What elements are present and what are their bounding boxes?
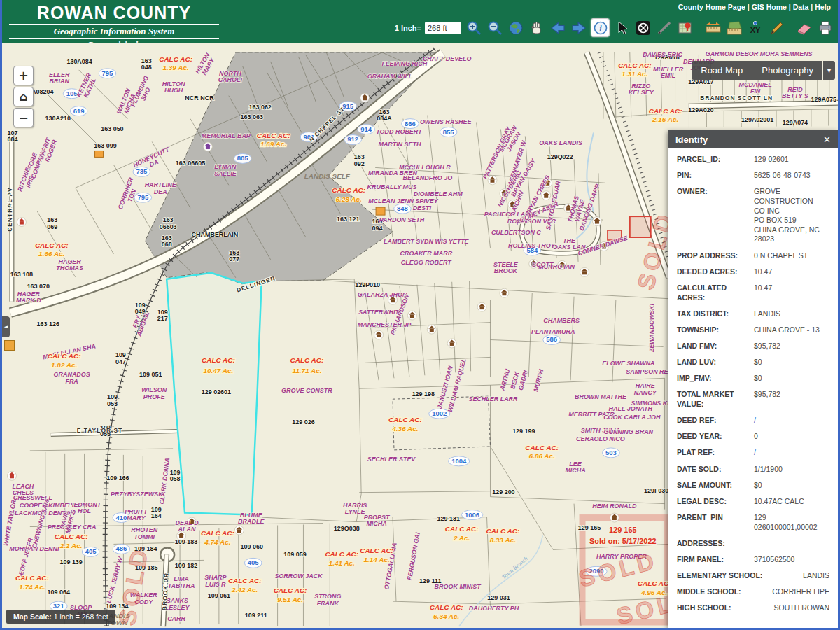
zoom-out-icon[interactable]	[486, 19, 503, 36]
identify-info-icon[interactable]: i	[591, 18, 610, 37]
calc-ac-label: CALC AC:	[445, 525, 479, 533]
address-number: 1004	[451, 457, 467, 465]
house-icon	[427, 325, 436, 334]
map-label-o: PRZYBYSZEWSK	[111, 491, 163, 498]
header-link-help[interactable]: Help	[815, 3, 831, 11]
map-label-p: 129 031	[487, 594, 510, 601]
calc-ac-value: 9.51 Ac.	[277, 596, 303, 603]
map-home-button[interactable]: ⌂	[13, 87, 34, 106]
map-zoom-in-button[interactable]: +	[13, 66, 34, 85]
map-scale-value: 1 inch = 268 feet	[52, 612, 108, 621]
identify-row: MIDDLE SCHOOL:CORRIHER LIPE	[677, 587, 830, 597]
map-label-p: 130A084	[66, 58, 92, 65]
map-label-o: SORROW JACK	[274, 573, 323, 580]
map-toolbar: 1 Inch= i XY	[395, 18, 834, 37]
calc-ac-label: CALC AC:	[290, 356, 324, 364]
header-link-data[interactable]: Data	[793, 3, 809, 11]
map-viewport[interactable]: 7951056197357959159149129018668558058485…	[2, 43, 838, 628]
basemap-dropdown-caret[interactable]: ▾	[823, 61, 835, 80]
calc-ac-value: 1.66 Ac.	[38, 250, 64, 258]
calc-ac-label: CALC AC:	[228, 577, 262, 584]
map-label-p: 109058	[170, 469, 181, 482]
map-label-o: CULBERTSON C	[491, 229, 541, 236]
select-cursor-icon[interactable]	[613, 19, 631, 36]
map-label-p: 163 063	[241, 113, 263, 120]
measure-area-ruler-icon[interactable]	[725, 19, 743, 36]
eraser-icon[interactable]	[795, 19, 813, 36]
measure-distance-ruler-icon[interactable]	[704, 19, 722, 36]
basemap-switcher: Road Map Photography ▾	[692, 61, 835, 80]
address-number: 855	[443, 128, 454, 136]
identify-row-value: 10.47AC CALC	[754, 497, 830, 507]
map-scale-bar: Map Scale: 1 inch = 268 feet	[6, 610, 115, 624]
scale-input[interactable]	[425, 22, 461, 34]
identify-row-label: PROP ADDRESS:	[677, 251, 754, 261]
calc-ac-value: 2.16 Ac.	[652, 115, 678, 123]
calc-ac-value: 1.14 Ac.	[363, 556, 389, 564]
address-number: 805	[237, 154, 248, 162]
clear-selection-target-icon[interactable]	[634, 19, 652, 36]
header-link-gis-home[interactable]: GIS Home	[752, 3, 787, 11]
house-icon	[580, 267, 589, 276]
address-number: 586	[546, 335, 557, 343]
next-extent-icon[interactable]	[570, 19, 587, 36]
map-label-r: E TAYLOR ST	[77, 427, 122, 434]
map-scale-label: Map Scale:	[13, 612, 52, 621]
identify-row-label: PARCEL_ID:	[677, 155, 754, 164]
identify-row-label: LAND FMV:	[677, 342, 754, 351]
identify-row-label: LAND LUV:	[677, 358, 754, 368]
identify-row: LAND LUV:$0	[677, 358, 830, 368]
sidebar-collapse-tab[interactable]: ◄	[2, 316, 10, 337]
close-icon[interactable]: ✕	[823, 134, 831, 145]
map-label-o: PLANTAMURA	[531, 328, 575, 335]
map-label-p: 163 050	[101, 125, 123, 132]
previous-extent-icon[interactable]	[549, 19, 566, 36]
map-label-p: 109 139	[59, 559, 82, 566]
identify-row: DEED YEAR:0	[677, 432, 830, 442]
pan-hand-icon[interactable]	[528, 19, 545, 36]
address-number: 1006	[465, 511, 479, 519]
identify-row-value: 10.47	[754, 267, 830, 277]
map-label-p: 109053	[107, 393, 118, 407]
map-label-o: CHAMBERS	[543, 317, 580, 324]
house-icon	[374, 330, 384, 340]
calc-ac-label: CALC AC:	[15, 574, 49, 582]
calc-ac-label: CALC AC:	[638, 580, 671, 587]
identify-row: ADDRESSES:	[677, 539, 830, 549]
map-label-o: BELANDFRO JO	[402, 174, 452, 181]
measure-line-icon[interactable]	[655, 19, 673, 36]
address-number: 735	[136, 167, 147, 175]
map-label-p: 163069	[47, 216, 57, 230]
map-zoom-out-button[interactable]: −	[13, 108, 34, 127]
header-link-county-home-page[interactable]: County Home Page	[678, 3, 746, 11]
map-label-o: BROWN MATTHE	[575, 393, 627, 400]
map-label-p: 129A074	[783, 119, 808, 126]
photography-button[interactable]: Photography	[752, 61, 822, 80]
calc-ac-value: 4.36 Ac.	[391, 425, 418, 433]
markup-pencil-icon[interactable]	[767, 19, 785, 36]
map-label-p: 109 060	[241, 543, 263, 550]
calc-ac-value: 1.39 Ac.	[162, 64, 188, 71]
map-label-o: DEAL DALAN	[175, 519, 199, 533]
identify-row-value[interactable]: /	[754, 416, 830, 426]
identify-row-label: DATE SOLD:	[677, 465, 754, 475]
map-label-o: HAGERMARK D	[16, 290, 41, 304]
calc-ac-label: CALC AC:	[48, 352, 81, 360]
full-extent-globe-icon[interactable]	[507, 19, 524, 36]
map-label-o: SECHLER LARR	[468, 396, 518, 402]
map-label-p: 129O038	[334, 525, 360, 532]
road-map-button[interactable]: Road Map	[692, 61, 752, 80]
identify-row-value[interactable]: /	[754, 448, 830, 458]
identify-row-value: CORRIHER LIPE	[747, 587, 830, 597]
map-label-o: HAGERTHOMAS	[56, 258, 83, 272]
map-locator-icon[interactable]	[676, 19, 694, 36]
address-number: 503	[606, 449, 617, 456]
zoom-in-icon[interactable]	[465, 19, 482, 36]
identify-row-label: DEEDED ACRES:	[677, 267, 754, 277]
legend-icon[interactable]	[4, 340, 15, 351]
calc-ac-value: 2.2 Ac.	[59, 542, 83, 550]
identify-row: ELEMENTARY SCHOOL:LANDIS	[677, 571, 830, 581]
calc-ac-label: CALC AC:	[525, 444, 559, 451]
xy-coordinates-icon[interactable]: XY	[746, 19, 764, 36]
print-icon[interactable]	[816, 19, 834, 36]
